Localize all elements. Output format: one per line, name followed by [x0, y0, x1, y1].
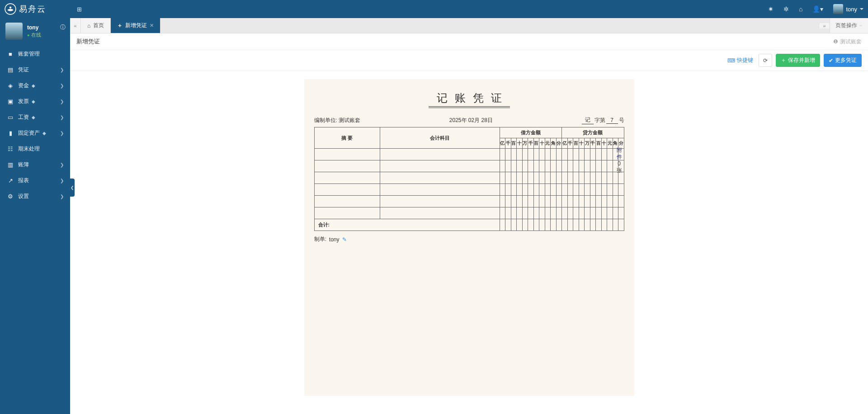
amount-digit-cell[interactable] — [517, 149, 523, 160]
amount-digit-cell[interactable] — [607, 196, 613, 207]
amount-digit-cell[interactable] — [533, 149, 539, 160]
save-and-new-button[interactable]: ＋ 保存并新增 — [776, 54, 820, 67]
sidebar-collapse-toggle[interactable]: ❮ — [70, 179, 75, 197]
account-cell[interactable] — [380, 207, 500, 219]
amount-digit-cell[interactable] — [573, 184, 579, 196]
amount-digit-cell[interactable] — [562, 149, 568, 160]
amount-digit-cell[interactable] — [573, 172, 579, 184]
amount-digit-cell[interactable] — [522, 172, 528, 184]
amount-digit-cell[interactable] — [545, 196, 551, 207]
tabs-scroll-left[interactable]: « — [70, 18, 81, 33]
amount-digit-cell[interactable] — [522, 184, 528, 196]
amount-digit-cell[interactable] — [533, 207, 539, 219]
amount-digit-cell[interactable] — [539, 196, 545, 207]
summary-cell[interactable] — [314, 149, 380, 160]
amount-digit-cell[interactable] — [505, 184, 511, 196]
amount-digit-cell[interactable] — [567, 149, 573, 160]
voucher-row[interactable] — [314, 207, 624, 219]
amount-digit-cell[interactable] — [607, 149, 613, 160]
amount-digit-cell[interactable] — [539, 160, 545, 172]
amount-digit-cell[interactable] — [517, 184, 523, 196]
summary-cell[interactable] — [314, 207, 380, 219]
account-cell[interactable] — [380, 149, 500, 160]
amount-digit-cell[interactable] — [596, 196, 602, 207]
tabs-scroll-right[interactable]: » — [819, 23, 830, 28]
amount-digit-cell[interactable] — [505, 149, 511, 160]
amount-digit-cell[interactable] — [596, 149, 602, 160]
summary-cell[interactable] — [314, 196, 380, 207]
amount-digit-cell[interactable] — [551, 184, 557, 196]
amount-digit-cell[interactable] — [613, 196, 618, 207]
brand[interactable]: 易舟云 — [5, 3, 70, 15]
voucher-row[interactable] — [314, 172, 624, 184]
voucher-date[interactable]: 2025年 02月 28日 — [449, 117, 493, 124]
amount-digit-cell[interactable] — [590, 184, 596, 196]
topbar-icon-2[interactable]: ✲ — [783, 5, 789, 13]
sidebar-item-9[interactable]: ⚙设置❯ — [0, 188, 70, 204]
amount-digit-cell[interactable] — [505, 196, 511, 207]
amount-digit-cell[interactable] — [585, 172, 590, 184]
amount-digit-cell[interactable] — [567, 172, 573, 184]
attachment-block[interactable]: 附件 0 张 — [616, 147, 623, 174]
amount-digit-cell[interactable] — [601, 149, 607, 160]
amount-digit-cell[interactable] — [505, 172, 511, 184]
tab-new-voucher[interactable]: ＋ 新增凭证 ✕ — [111, 18, 160, 33]
amount-digit-cell[interactable] — [562, 196, 568, 207]
amount-digit-cell[interactable] — [511, 207, 517, 219]
amount-digit-cell[interactable] — [585, 207, 590, 219]
amount-digit-cell[interactable] — [618, 196, 624, 207]
amount-digit-cell[interactable] — [500, 184, 505, 196]
sidebar-item-4[interactable]: ▭工资◆❯ — [0, 109, 70, 125]
amount-digit-cell[interactable] — [545, 149, 551, 160]
amount-digit-cell[interactable] — [556, 196, 562, 207]
more-vouchers-button[interactable]: ✔ 更多凭证 — [824, 54, 862, 67]
amount-digit-cell[interactable] — [505, 207, 511, 219]
amount-digit-cell[interactable] — [533, 196, 539, 207]
amount-digit-cell[interactable] — [579, 172, 585, 184]
amount-digit-cell[interactable] — [539, 172, 545, 184]
amount-digit-cell[interactable] — [596, 207, 602, 219]
voucher-row[interactable] — [314, 196, 624, 207]
amount-digit-cell[interactable] — [573, 160, 579, 172]
amount-digit-cell[interactable] — [590, 207, 596, 219]
sidebar-item-3[interactable]: ▣发票◆❯ — [0, 94, 70, 109]
amount-digit-cell[interactable] — [579, 184, 585, 196]
amount-digit-cell[interactable] — [579, 149, 585, 160]
voucher-num-value[interactable]: 7 — [606, 117, 618, 124]
sidebar-item-1[interactable]: ▤凭证❯ — [0, 62, 70, 78]
amount-digit-cell[interactable] — [556, 172, 562, 184]
amount-digit-cell[interactable] — [511, 160, 517, 172]
amount-digit-cell[interactable] — [596, 160, 602, 172]
sidebar-item-6[interactable]: ☷期末处理 — [0, 141, 70, 157]
sidebar-item-8[interactable]: ↗报表❯ — [0, 173, 70, 188]
amount-digit-cell[interactable] — [596, 172, 602, 184]
topbar-icon-1[interactable]: ✷ — [768, 5, 774, 13]
amount-digit-cell[interactable] — [528, 172, 534, 184]
topbar-user[interactable]: tony — [833, 4, 863, 14]
amount-digit-cell[interactable] — [539, 207, 545, 219]
amount-digit-cell[interactable] — [618, 207, 624, 219]
amount-digit-cell[interactable] — [517, 207, 523, 219]
apps-grid-icon[interactable]: ⊞ — [77, 6, 82, 13]
tab-home[interactable]: ⌂ 首页 — [81, 18, 111, 33]
amount-digit-cell[interactable] — [533, 160, 539, 172]
amount-digit-cell[interactable] — [500, 160, 505, 172]
shortcut-link[interactable]: ⌨ 快捷键 — [727, 54, 753, 67]
amount-digit-cell[interactable] — [567, 196, 573, 207]
amount-digit-cell[interactable] — [528, 160, 534, 172]
amount-digit-cell[interactable] — [517, 160, 523, 172]
amount-digit-cell[interactable] — [579, 196, 585, 207]
summary-cell[interactable] — [314, 160, 380, 172]
voucher-row[interactable] — [314, 160, 624, 172]
amount-digit-cell[interactable] — [585, 149, 590, 160]
amount-digit-cell[interactable] — [601, 196, 607, 207]
amount-digit-cell[interactable] — [562, 184, 568, 196]
amount-digit-cell[interactable] — [562, 160, 568, 172]
amount-digit-cell[interactable] — [590, 172, 596, 184]
amount-digit-cell[interactable] — [579, 207, 585, 219]
amount-digit-cell[interactable] — [607, 184, 613, 196]
tab-operations[interactable]: 页签操作 — [830, 18, 868, 33]
amount-digit-cell[interactable] — [567, 160, 573, 172]
amount-digit-cell[interactable] — [517, 172, 523, 184]
amount-digit-cell[interactable] — [618, 184, 624, 196]
